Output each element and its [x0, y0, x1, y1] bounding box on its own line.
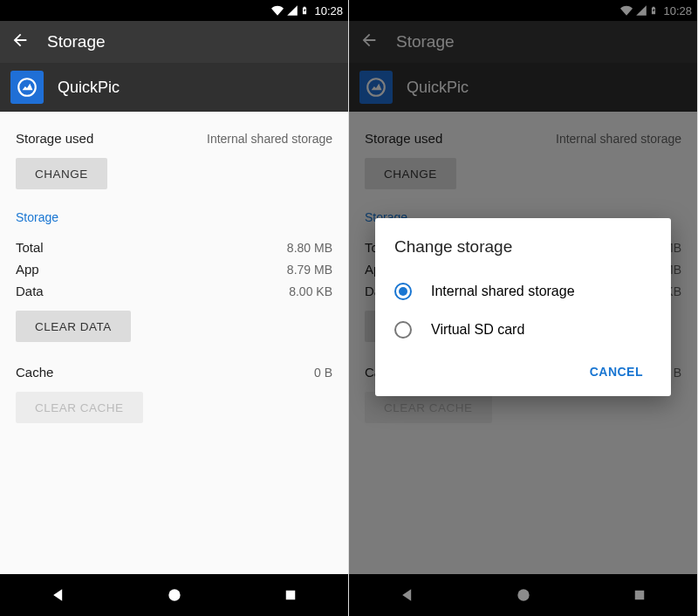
radio-option-internal-label: Internal shared storage [431, 284, 575, 299]
row-cache-label: Cache [16, 365, 53, 380]
battery-charging-icon [300, 3, 309, 17]
row-data-label: Data [16, 284, 44, 298]
toolbar-title: Storage [47, 32, 106, 51]
dialog-actions: CANCEL [394, 358, 652, 386]
row-total-value: 8.80 MB [287, 241, 332, 255]
quickpic-app-icon [10, 71, 44, 104]
cancel-button[interactable]: CANCEL [581, 358, 652, 386]
row-data: Data 8.00 KB [16, 280, 332, 302]
wifi-icon [270, 4, 284, 17]
clear-data-button[interactable]: CLEAR DATA [16, 311, 131, 342]
cell-signal-icon [286, 4, 298, 17]
storage-used-row: Storage used Internal shared storage [16, 127, 332, 149]
nav-recent-icon[interactable] [281, 585, 300, 605]
android-navbar [0, 574, 348, 616]
change-storage-dialog: Change storage Internal shared storage V… [375, 218, 671, 396]
radio-option-sd-label: Virtual SD card [431, 322, 524, 338]
nav-back-icon[interactable] [49, 585, 68, 605]
phone-right: 10:28 Storage QuickPic Storage used Inte… [349, 0, 698, 616]
phone-left: 10:28 Storage QuickPic Storage used Inte… [0, 0, 349, 616]
radio-selected-icon [394, 283, 412, 300]
storage-used-location: Internal shared storage [207, 132, 332, 146]
row-cache-value: 0 B [314, 366, 332, 380]
storage-content: Storage used Internal shared storage CHA… [0, 112, 348, 574]
change-button[interactable]: CHANGE [16, 158, 107, 189]
app-name: QuickPic [58, 79, 120, 97]
status-time: 10:28 [314, 4, 343, 17]
app-header: QuickPic [0, 63, 348, 112]
row-total: Total 8.80 MB [16, 236, 332, 258]
row-app-value: 8.79 MB [287, 263, 332, 277]
row-data-value: 8.00 KB [289, 284, 332, 298]
row-app-label: App [16, 262, 39, 277]
app-toolbar: Storage [0, 21, 348, 63]
row-app: App 8.79 MB [16, 258, 332, 280]
svg-point-0 [18, 79, 36, 96]
svg-point-1 [168, 589, 180, 600]
svg-rect-2 [285, 591, 295, 600]
storage-used-label: Storage used [16, 131, 93, 146]
row-total-label: Total [16, 240, 44, 255]
status-bar: 10:28 [0, 0, 348, 21]
back-arrow-icon[interactable] [10, 31, 30, 53]
row-cache: Cache 0 B [16, 361, 332, 383]
radio-unselected-icon [394, 321, 412, 339]
radio-option-internal[interactable]: Internal shared storage [394, 272, 652, 311]
dialog-title: Change storage [394, 237, 652, 257]
storage-section-head: Storage [16, 210, 332, 224]
clear-cache-button: CLEAR CACHE [16, 392, 143, 423]
radio-option-sdcard[interactable]: Virtual SD card [394, 311, 652, 349]
nav-home-icon[interactable] [165, 585, 184, 605]
